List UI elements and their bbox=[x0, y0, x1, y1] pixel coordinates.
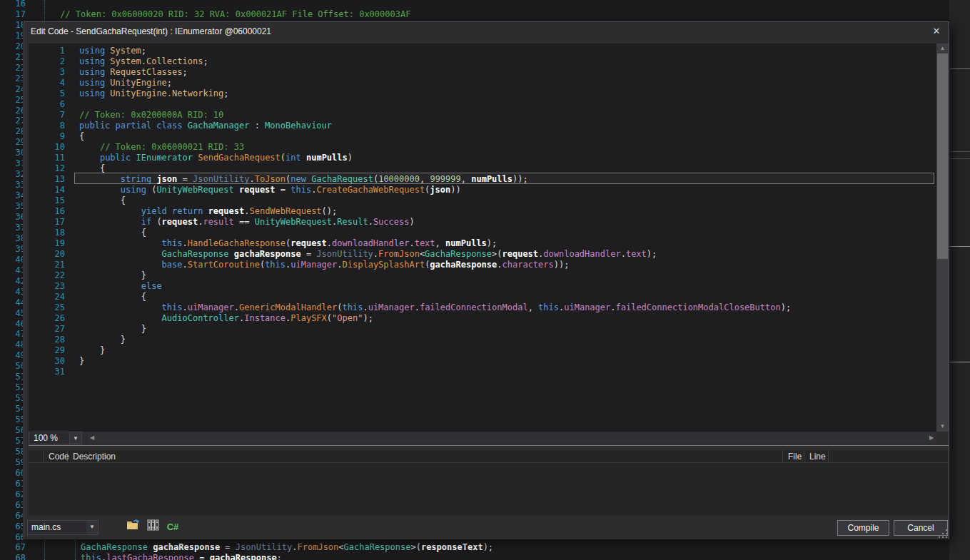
code-line: 8public partial class GachaManager : Mon… bbox=[29, 121, 936, 131]
csharp-icon: C# bbox=[167, 521, 179, 532]
chevron-down-icon[interactable]: ▼ bbox=[69, 432, 82, 444]
strip-line bbox=[949, 158, 970, 159]
line-number: 14 bbox=[29, 185, 65, 195]
code-line: 31 bbox=[29, 367, 936, 377]
line-number: 16 bbox=[16, 0, 26, 9]
line-number: 4 bbox=[29, 78, 65, 88]
vertical-scrollbar-thumb[interactable] bbox=[937, 54, 948, 259]
code-text: base.StartCoroutine(this.uiManager.Displ… bbox=[79, 260, 569, 270]
vertical-scrollbar[interactable]: ▲ ▼ bbox=[936, 44, 949, 432]
line-number: 19 bbox=[29, 238, 65, 249]
column-description[interactable]: Description bbox=[68, 450, 783, 463]
code-text: // Token: 0x0200000A RID: 10 bbox=[79, 110, 223, 121]
line-number: 30 bbox=[29, 356, 65, 367]
column-severity[interactable] bbox=[29, 450, 44, 463]
code-text: using System; bbox=[79, 46, 146, 56]
line-number: 67 bbox=[16, 542, 26, 553]
code-line: 1using System; bbox=[29, 46, 936, 56]
column-file[interactable]: File bbox=[783, 450, 804, 463]
indent-guide bbox=[75, 540, 76, 560]
strip-line bbox=[949, 246, 970, 247]
resize-grip[interactable] bbox=[939, 529, 948, 539]
code-text: { bbox=[79, 228, 146, 238]
scroll-left-icon[interactable]: ◀ bbox=[87, 432, 97, 444]
code-line: 28 } bbox=[29, 335, 936, 345]
code-line: 4using UnityEngine; bbox=[29, 78, 936, 88]
line-number: 26 bbox=[29, 313, 65, 324]
code-text: } bbox=[79, 335, 126, 345]
code-line: 19 this.HandleGachaResponse(request.down… bbox=[29, 238, 936, 249]
strip-line bbox=[949, 68, 970, 69]
csharp-file-button[interactable]: C# bbox=[165, 519, 181, 535]
code-line: 27 } bbox=[29, 324, 936, 335]
code-line: 26 AudioController.Instance.PlaySFX("Ope… bbox=[29, 313, 936, 324]
indent-guide bbox=[44, 540, 45, 560]
code-text: // Token: 0x06000021 RID: 33 bbox=[79, 142, 244, 153]
line-number: 17 bbox=[16, 9, 26, 20]
code-text: GachaResponse gachaResponse = JsonUtilit… bbox=[79, 249, 657, 260]
close-icon[interactable]: ✕ bbox=[929, 24, 944, 39]
strip-line bbox=[949, 151, 970, 152]
line-number: 7 bbox=[29, 110, 65, 121]
code-line: 11 public IEnumerator SendGachaRequest(i… bbox=[29, 153, 936, 163]
line-number: 68 bbox=[16, 553, 26, 560]
line-number-gutter: 1617181920212223242526272829303132333435… bbox=[0, 0, 26, 560]
column-code[interactable]: Code bbox=[44, 450, 68, 463]
scroll-right-icon[interactable]: ▶ bbox=[926, 432, 936, 444]
code-text: public IEnumerator SendGachaRequest(int … bbox=[79, 153, 353, 163]
code-line: 14 using (UnityWebRequest request = this… bbox=[29, 185, 936, 195]
code-text: { bbox=[79, 195, 126, 206]
compile-button[interactable]: Compile bbox=[837, 520, 889, 536]
indent-guide bbox=[44, 0, 45, 21]
code-line: 10 // Token: 0x06000021 RID: 33 bbox=[29, 142, 936, 153]
code-text: this.HandleGachaResponse(request.downloa… bbox=[79, 238, 497, 249]
code-text: this.uiManager.GenericModalHandler(this.… bbox=[79, 302, 791, 313]
code-text: using RequestClasses; bbox=[79, 67, 188, 78]
line-number: 28 bbox=[29, 335, 65, 345]
line-number: 20 bbox=[29, 249, 65, 260]
line-number: 21 bbox=[29, 260, 65, 270]
background-right-strip bbox=[949, 0, 970, 560]
line-number: 5 bbox=[29, 88, 65, 99]
library-books-icon bbox=[147, 519, 159, 531]
code-line: 30} bbox=[29, 356, 936, 367]
line-number: 6 bbox=[29, 99, 65, 110]
dialog-bottom-bar: main.cs ▼ C# bbox=[24, 516, 949, 539]
column-filler bbox=[829, 450, 949, 463]
line-number: 29 bbox=[29, 345, 65, 356]
code-text: } bbox=[79, 356, 84, 367]
code-text: AudioController.Instance.PlaySFX("Open")… bbox=[79, 313, 373, 324]
add-document-button[interactable] bbox=[125, 519, 141, 535]
file-select[interactable]: main.cs ▼ bbox=[27, 520, 98, 535]
scroll-up-icon[interactable]: ▲ bbox=[936, 44, 949, 54]
line-number: 15 bbox=[29, 195, 65, 206]
line-number: 22 bbox=[29, 270, 65, 281]
code-text: } bbox=[79, 270, 146, 281]
code-text: yield return request.SendWebRequest(); bbox=[79, 206, 337, 217]
dialog-titlebar[interactable]: Edit Code - SendGachaRequest(int) : IEnu… bbox=[24, 22, 949, 41]
open-folder-icon bbox=[126, 519, 140, 530]
code-line: 6 bbox=[29, 99, 936, 110]
grid-splitter[interactable] bbox=[29, 445, 949, 446]
line-number: 12 bbox=[29, 163, 65, 174]
code-text: using UnityEngine; bbox=[79, 78, 172, 88]
code-line: 7// Token: 0x0200000A RID: 10 bbox=[29, 110, 936, 121]
column-line[interactable]: Line bbox=[804, 450, 829, 463]
code-text: { bbox=[79, 131, 84, 142]
code-line: 24 { bbox=[29, 292, 936, 302]
horizontal-scrollbar[interactable]: ◀ ▶ bbox=[87, 432, 936, 444]
add-assembly-reference-button[interactable] bbox=[145, 519, 161, 535]
code-line: 15 { bbox=[29, 195, 936, 206]
code-editor[interactable]: 1using System;2using System.Collections;… bbox=[29, 44, 936, 432]
zoom-select[interactable]: 100 % bbox=[29, 432, 70, 444]
code-text: } bbox=[79, 345, 105, 356]
line-number: 11 bbox=[29, 153, 65, 163]
code-text: else bbox=[79, 281, 162, 292]
scroll-down-icon[interactable]: ▼ bbox=[936, 422, 949, 432]
editor-bottom-row: 100 % ▼ ◀ ▶ bbox=[29, 432, 949, 444]
line-number: 8 bbox=[29, 121, 65, 131]
code-line: 18 { bbox=[29, 228, 936, 238]
background-code-line: // Token: 0x06000020 RID: 32 RVA: 0x0000… bbox=[34, 9, 410, 20]
code-text: using UnityEngine.Networking; bbox=[79, 88, 229, 99]
line-number: 3 bbox=[29, 67, 65, 78]
